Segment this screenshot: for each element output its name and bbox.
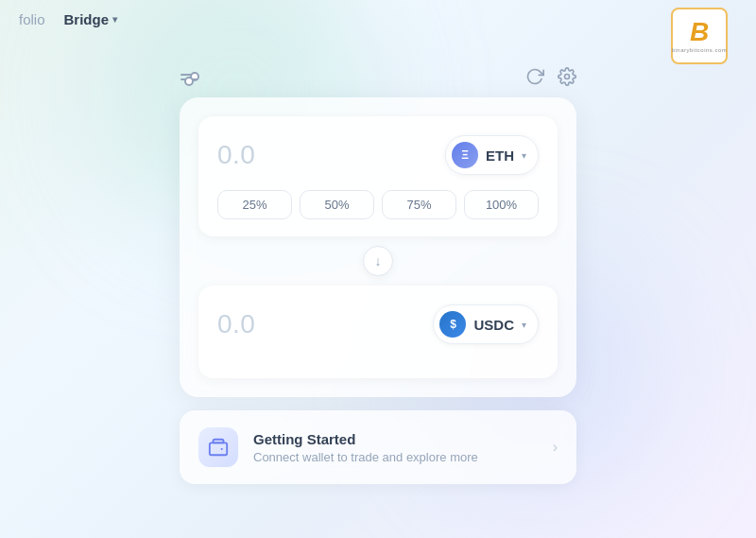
pct-75-button[interactable]: 75% [382, 190, 456, 219]
getting-started-description: Connect wallet to trade and explore more [253, 450, 538, 464]
nav-folio[interactable]: folio [19, 11, 45, 27]
settings-icon[interactable] [558, 67, 576, 86]
refresh-icon[interactable] [525, 67, 544, 86]
bridge-chevron-icon: ▾ [112, 14, 117, 25]
swap-cards-wrapper: 0.0 Ξ ETH ▾ 25% 50% 75% 100% ↓ [180, 97, 576, 397]
slider-line-2 [180, 78, 198, 80]
top-nav: folio Bridge ▾ [0, 0, 756, 39]
wallet-icon-wrapper [198, 427, 238, 467]
pct-25-button[interactable]: 25% [217, 190, 292, 219]
main-content: 0.0 Ξ ETH ▾ 25% 50% 75% 100% ↓ [0, 39, 756, 484]
nav-bridge[interactable]: Bridge ▾ [64, 11, 118, 27]
usdc-token-selector[interactable]: $ USDC ▾ [433, 304, 539, 344]
usdc-icon: $ [439, 311, 466, 338]
toolbar-right [525, 67, 576, 86]
svg-point-3 [221, 448, 223, 450]
arrow-separator: ↓ [198, 246, 558, 276]
eth-token-selector[interactable]: Ξ ETH ▾ [445, 135, 539, 175]
getting-started-text: Getting Started Connect wallet to trade … [253, 431, 538, 464]
from-card: 0.0 Ξ ETH ▾ 25% 50% 75% 100% [198, 116, 558, 236]
toolbar-left [180, 67, 198, 86]
getting-started-title: Getting Started [253, 431, 538, 447]
usdc-chevron-icon: ▾ [522, 320, 526, 330]
to-amount[interactable]: 0.0 [217, 309, 255, 339]
pct-50-button[interactable]: 50% [300, 190, 374, 219]
bridge-label: Bridge [64, 11, 110, 27]
to-card-top-row: 0.0 $ USDC ▾ [217, 304, 539, 344]
wallet-icon [208, 437, 229, 458]
pct-100-button[interactable]: 100% [464, 190, 539, 219]
usdc-token-name: USDC [473, 317, 514, 333]
eth-icon: Ξ [452, 142, 478, 168]
svg-point-0 [565, 75, 570, 79]
to-card: 0.0 $ USDC ▾ [198, 286, 558, 378]
pct-buttons-row: 25% 50% 75% 100% [217, 190, 539, 219]
svg-rect-1 [210, 443, 227, 455]
eth-chevron-icon: ▾ [522, 150, 526, 161]
slider-line-1 [180, 74, 198, 76]
swap-toolbar [180, 67, 576, 86]
from-card-top-row: 0.0 Ξ ETH ▾ [217, 135, 539, 175]
eth-token-name: ETH [486, 148, 514, 164]
from-amount[interactable]: 0.0 [217, 140, 255, 170]
sliders-icon[interactable] [180, 67, 198, 86]
down-arrow-icon[interactable]: ↓ [363, 246, 393, 276]
chevron-right-icon: › [553, 439, 558, 456]
getting-started-banner[interactable]: Getting Started Connect wallet to trade … [180, 410, 576, 484]
